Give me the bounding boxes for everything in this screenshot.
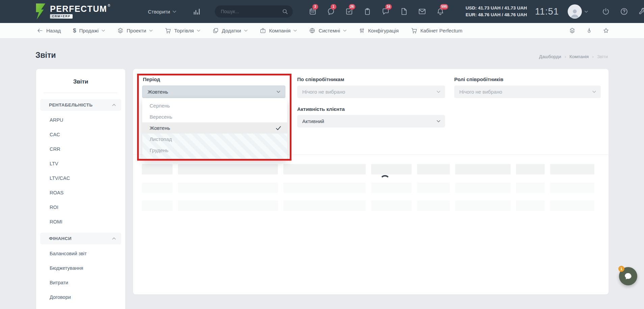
- avatar: [568, 4, 582, 19]
- help-button[interactable]: [620, 7, 628, 16]
- sliders-icon: [359, 27, 365, 34]
- period-option-august[interactable]: Серпень: [142, 100, 287, 111]
- copy-icon: [212, 27, 219, 34]
- nav-item-configuration[interactable]: Конфігурація: [359, 27, 399, 34]
- period-option-october[interactable]: Жовтень: [142, 122, 287, 134]
- client-activity-select[interactable]: Активний: [297, 115, 445, 127]
- employees-label: По співробітникам: [297, 76, 344, 82]
- nav-item-apps[interactable]: Додатки: [212, 27, 248, 34]
- documents-button[interactable]: [400, 7, 408, 16]
- main-navigation: Назад $ Продажі Проекти Торгівля Додатки…: [0, 23, 644, 39]
- clipboard-button[interactable]: [363, 7, 372, 16]
- sidebar-item-cac[interactable]: CAC: [36, 127, 125, 142]
- statistics-button[interactable]: [192, 7, 201, 16]
- sidebar-item-contracts[interactable]: Договори: [36, 290, 125, 304]
- clipboard-icon: [363, 7, 371, 16]
- chat-badge: 1: [331, 4, 336, 9]
- nav-item-company[interactable]: Компанія: [260, 27, 297, 34]
- tasks-button[interactable]: 26: [345, 7, 354, 16]
- breadcrumb-separator: ›: [565, 54, 566, 59]
- chevron-down-icon: [244, 29, 248, 32]
- period-option-november: Листопад: [142, 134, 287, 145]
- layers-icon: [117, 27, 124, 34]
- nav-item-cabinet[interactable]: Кабінет Perfectum: [411, 27, 463, 34]
- wrench-icon: [638, 7, 644, 16]
- person-icon: [569, 7, 581, 19]
- power-icon: [602, 7, 610, 16]
- cart-icon: [411, 27, 417, 34]
- brand-subtitle: CRM+ERP: [50, 14, 73, 19]
- chevron-down-icon: [585, 10, 588, 13]
- sidebar-item-ltv-cac[interactable]: LTV/CAC: [36, 171, 125, 185]
- create-button[interactable]: Створити: [148, 9, 176, 15]
- sidebar-section-profitability[interactable]: РЕНТАБЕЛЬНІСТЬ: [40, 99, 121, 111]
- eur-rate: EUR: 48.76 UAH / 48.76 UAH: [466, 11, 527, 18]
- calendar-button[interactable]: 3: [308, 7, 317, 16]
- logout-button[interactable]: [601, 7, 610, 16]
- skeleton-row: [142, 164, 594, 174]
- usd-rate: USD: 41.73 UAH / 41.73 UAH: [466, 5, 527, 11]
- chevron-down-icon: [437, 91, 440, 93]
- mail-button[interactable]: [418, 7, 427, 16]
- notifications-badge: 595: [440, 4, 448, 9]
- search-bar[interactable]: [215, 5, 293, 18]
- settings-button[interactable]: [638, 7, 644, 16]
- sidebar-item-roas[interactable]: ROAS: [36, 185, 125, 200]
- nav-item-sales[interactable]: $ Продажі: [73, 27, 105, 34]
- sidebar-item-balance-report[interactable]: Балансовий звіт: [36, 246, 125, 261]
- period-option-september[interactable]: Вересень: [142, 111, 287, 122]
- sidebar-item-expenses[interactable]: Витрати: [36, 275, 125, 290]
- nav-item-trade[interactable]: Торгівля: [165, 27, 200, 34]
- breadcrumb-company[interactable]: Компанія: [569, 54, 589, 59]
- sidebar-item-arpu[interactable]: ARPU: [36, 113, 125, 127]
- period-label: Період: [143, 76, 160, 82]
- brand-name: PERFECTUM: [50, 5, 107, 13]
- sidebar-section-finance[interactable]: ФІНАНСИ: [40, 233, 121, 244]
- sidebar-item-ltv[interactable]: LTV: [36, 156, 125, 171]
- breadcrumb-dashboards[interactable]: Дашборди: [539, 54, 561, 59]
- hot-actions-button[interactable]: [585, 26, 593, 35]
- roles-select[interactable]: Нічого не вибрано: [454, 86, 601, 98]
- skeleton-row: [142, 183, 594, 193]
- notifications-button[interactable]: 595: [436, 7, 445, 16]
- breadcrumb-current: Звіти: [597, 54, 608, 59]
- chevron-down-icon: [293, 29, 297, 32]
- sidebar-item-total-by-groups[interactable]: Загальна сума за групами: [36, 304, 125, 309]
- clock: 11:51: [535, 6, 559, 17]
- perfectum-logo[interactable]: PERFECTUM® CRM+ERP: [34, 3, 111, 20]
- comments-button[interactable]: 16: [381, 7, 390, 16]
- nav-item-system[interactable]: Системні: [309, 27, 346, 34]
- skeleton-row: [142, 200, 594, 211]
- chevron-up-icon: [112, 237, 116, 240]
- envelope-icon: [418, 7, 426, 16]
- logo-icon: [34, 3, 47, 20]
- question-circle-icon: [620, 7, 628, 16]
- sidebar-item-romi[interactable]: ROMI: [36, 214, 125, 229]
- roles-label: Ролі співробітників: [454, 76, 503, 82]
- favorites-button[interactable]: [601, 26, 610, 35]
- chat-bubble-icon: [623, 271, 633, 281]
- chevron-down-icon: [437, 120, 440, 122]
- sidebar-item-budgeting[interactable]: Бюджетування: [36, 261, 125, 275]
- divider: [44, 93, 118, 93]
- layers-shortcut-button[interactable]: [568, 26, 576, 35]
- globe-icon: [309, 27, 315, 34]
- period-select[interactable]: Жовтень: [142, 86, 285, 98]
- search-input[interactable]: [221, 9, 282, 14]
- chevron-down-icon: [102, 29, 105, 32]
- star-icon: [603, 27, 609, 34]
- user-menu[interactable]: [568, 4, 588, 19]
- chat-widget-badge: 1: [618, 266, 624, 272]
- employees-select[interactable]: Нічого не вибрано: [297, 86, 445, 98]
- sidebar-item-crr[interactable]: CRR: [36, 142, 125, 156]
- chat-widget-button[interactable]: 1: [619, 267, 637, 285]
- nav-item-projects[interactable]: Проекти: [117, 27, 153, 34]
- sidebar-title: Звіти: [36, 78, 125, 85]
- briefcase-icon: [260, 27, 266, 34]
- back-button[interactable]: Назад: [37, 27, 61, 34]
- currency-rates: USD: 41.73 UAH / 41.73 UAH EUR: 48.76 UA…: [466, 5, 527, 19]
- chat-button[interactable]: 1: [327, 7, 335, 16]
- registered-mark: ®: [108, 4, 111, 7]
- arrow-left-icon: [37, 27, 43, 34]
- sidebar-item-roi[interactable]: ROI: [36, 200, 125, 214]
